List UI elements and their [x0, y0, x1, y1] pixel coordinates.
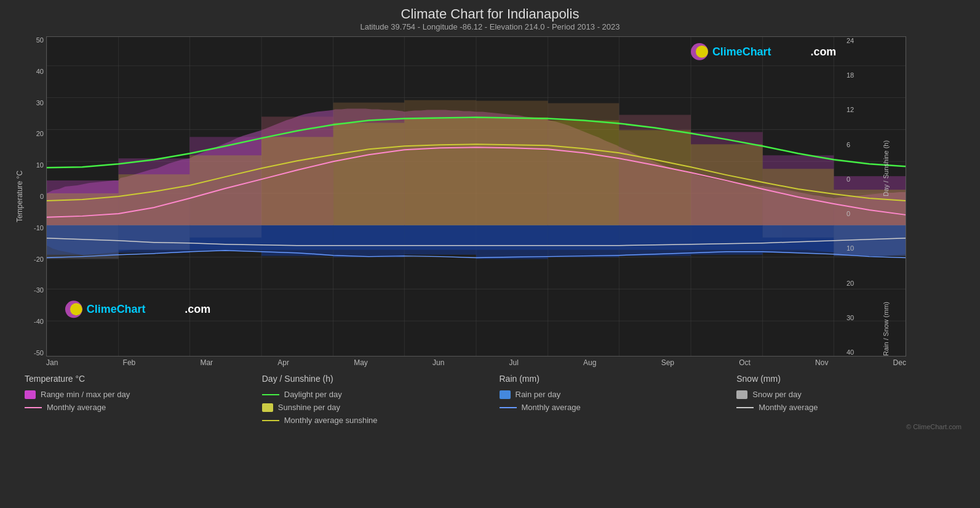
svg-rect-48 [619, 130, 691, 225]
x-axis-area: Jan Feb Mar Apr May Jun Jul Aug Sep Oct … [46, 357, 906, 369]
snow-swatch [736, 390, 747, 399]
chart-area: Temperature °C 50 40 30 20 10 0 -10 -20 … [12, 36, 968, 357]
x-tick-aug: Aug [583, 358, 596, 367]
x-tick-jan: Jan [46, 358, 58, 367]
title-section: Climate Chart for Indianapolis Latitude … [12, 6, 968, 31]
legend-rain-header: Rain (mm) [500, 374, 725, 384]
svg-rect-57 [404, 225, 476, 255]
sunshine-avg-line [262, 420, 279, 421]
svg-rect-66 [189, 225, 261, 238]
y-tick-30: 30 [34, 99, 44, 107]
svg-rect-44 [333, 123, 405, 225]
svg-text:.com: .com [810, 46, 836, 58]
legend-temp-avg: Monthly average [25, 403, 250, 412]
legend-snow-avg-label: Monthly average [759, 403, 818, 412]
y-axis-right-sunshine: 24 18 12 6 0 0 10 20 30 40 [844, 37, 866, 356]
svg-text:.com: .com [185, 303, 210, 315]
daylight-line [262, 394, 279, 395]
svg-point-70 [70, 303, 82, 315]
svg-point-74 [696, 46, 708, 58]
y-axis-left-label: Temperature °C [15, 171, 24, 222]
x-tick-sep: Sep [661, 358, 674, 367]
svg-rect-43 [261, 137, 333, 225]
temp-avg-line [25, 407, 42, 408]
tick-10: 10 [847, 244, 863, 252]
svg-text:ClimeChart: ClimeChart [712, 46, 771, 58]
svg-text:ClimeChart: ClimeChart [87, 303, 146, 315]
legend-snow-bar-label: Snow per day [752, 390, 802, 399]
legend-snow: Snow (mm) Snow per day Monthly average ©… [730, 374, 968, 432]
legend-temp-range-label: Range min / max per day [41, 390, 130, 399]
tick-24: 24 [847, 37, 863, 44]
legend-snow-header: Snow (mm) [736, 374, 962, 384]
legend-temp-header: Temperature °C [25, 374, 250, 384]
legend-snow-avg: Monthly average [736, 403, 962, 412]
x-tick-feb: Feb [123, 358, 136, 367]
y-axis-left: Temperature °C 50 40 30 20 10 0 -10 -20 … [12, 36, 46, 357]
y-tick-m50: -50 [34, 349, 44, 357]
y-axis-right-labels: Day / Sunshine (h) Rain / Snow (mm) [866, 37, 906, 356]
y-tick-m40: -40 [34, 318, 44, 325]
y-axis-ticks-left: 50 40 30 20 10 0 -10 -20 -30 -40 -50 [34, 36, 46, 357]
legend-sunshine-bar: Sunshine per day [262, 403, 487, 412]
y-axis-sunshine-label: Day / Sunshine (h) [882, 37, 890, 196]
legend-rain-avg-label: Monthly average [522, 403, 581, 412]
svg-rect-67 [763, 225, 834, 238]
svg-rect-60 [619, 225, 691, 256]
svg-rect-41 [119, 174, 190, 225]
svg-rect-56 [333, 225, 405, 257]
x-tick-dec: Dec [893, 358, 906, 367]
y-tick-50: 50 [34, 36, 44, 44]
legend-area: Temperature °C Range min / max per day M… [18, 374, 968, 432]
x-tick-apr: Apr [277, 358, 289, 367]
x-tick-oct: Oct [739, 358, 751, 367]
svg-rect-45 [404, 118, 476, 225]
svg-rect-40 [47, 193, 119, 225]
chart-subtitle: Latitude 39.754 - Longitude -86.12 - Ele… [12, 22, 968, 31]
main-container: Climate Chart for Indianapolis Latitude … [0, 0, 980, 508]
legend-rain-bar-label: Rain per day [516, 390, 561, 399]
rain-avg-line [500, 407, 517, 408]
tick-6: 6 [847, 141, 863, 148]
svg-rect-59 [548, 225, 619, 257]
legend-sunshine-bar-label: Sunshine per day [278, 403, 340, 412]
svg-rect-42 [189, 155, 261, 225]
x-tick-mar: Mar [200, 358, 213, 367]
chart-title: Climate Chart for Indianapolis [12, 6, 968, 22]
chart-main: ClimeChart .com ClimeChart .com 24 18 12 [46, 36, 906, 357]
svg-rect-46 [476, 117, 548, 225]
svg-rect-61 [691, 225, 763, 255]
y-tick-40: 40 [34, 68, 44, 75]
snow-avg-line [736, 407, 754, 408]
legend-snow-bar: Snow per day [736, 390, 962, 399]
y-tick-m20: -20 [34, 256, 44, 263]
legend-sunshine: Day / Sunshine (h) Daylight per day Suns… [256, 374, 493, 432]
right-spacer [906, 36, 968, 357]
legend-rain-avg: Monthly average [500, 403, 725, 412]
legend-temp-range: Range min / max per day [25, 390, 250, 399]
svg-rect-64 [47, 225, 119, 259]
temp-range-swatch [25, 390, 36, 399]
y-tick-m10: -10 [34, 224, 44, 232]
legend-temperature: Temperature °C Range min / max per day M… [18, 374, 256, 432]
y-tick-0: 0 [34, 193, 44, 200]
legend-temp-avg-label: Monthly average [47, 403, 106, 412]
svg-rect-58 [476, 225, 548, 259]
x-tick-may: May [354, 358, 368, 367]
copyright-text: © ClimeChart.com [906, 423, 962, 430]
y-tick-20: 20 [34, 130, 44, 137]
y-tick-m30: -30 [34, 286, 44, 294]
y-tick-10: 10 [34, 161, 44, 169]
tick-30: 30 [847, 314, 863, 321]
svg-rect-47 [548, 120, 619, 225]
legend-daylight: Daylight per day [262, 390, 487, 399]
svg-rect-65 [119, 225, 190, 250]
sunshine-swatch [262, 403, 273, 412]
legend-rain-bar: Rain per day [500, 390, 725, 399]
tick-40: 40 [847, 349, 863, 356]
legend-rain: Rain (mm) Rain per day Monthly average [493, 374, 731, 432]
chart-svg: ClimeChart .com ClimeChart .com [47, 37, 906, 356]
rain-swatch [500, 390, 511, 399]
legend-sunshine-avg: Monthly average sunshine [262, 416, 487, 425]
svg-rect-55 [261, 225, 333, 256]
